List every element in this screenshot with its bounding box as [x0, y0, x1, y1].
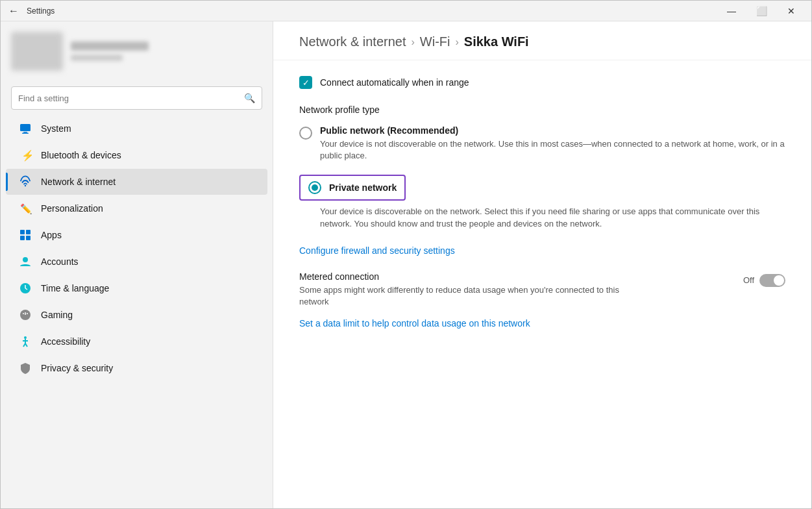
apps-icon	[19, 229, 32, 242]
public-network-label: Public network (Recommended)	[320, 125, 785, 136]
toggle-thumb	[774, 275, 784, 286]
public-network-option[interactable]: Public network (Recommended) Your device…	[299, 125, 785, 162]
profile-sub	[71, 55, 123, 61]
back-button[interactable]: ←	[6, 3, 21, 19]
network-profile-type-label: Network profile type	[299, 105, 785, 115]
svg-rect-9	[26, 236, 31, 240]
title-bar-left: ← Settings	[6, 3, 55, 19]
svg-rect-0	[20, 124, 31, 131]
shield-icon	[19, 362, 32, 375]
app-title: Settings	[27, 6, 55, 16]
metered-desc: Some apps might work differently to redu…	[299, 284, 650, 308]
sidebar-item-system[interactable]: System	[6, 116, 267, 142]
sidebar-item-apps-label: Apps	[41, 230, 62, 240]
auto-connect-row: ✓ Connect automatically when in range	[299, 76, 785, 89]
monitor-icon	[19, 122, 32, 135]
metered-title: Metered connection	[299, 271, 650, 282]
profile-name	[71, 42, 149, 51]
window-controls: — ⬜ ✕	[717, 1, 806, 21]
public-network-radio[interactable]	[299, 127, 312, 140]
sidebar-item-privacy[interactable]: Privacy & security	[6, 355, 267, 381]
svg-text:✏️: ✏️	[20, 203, 32, 215]
brush-icon: ✏️	[19, 202, 32, 215]
breadcrumb-sep-1: ›	[412, 36, 415, 48]
sidebar-item-accounts-label: Accounts	[41, 256, 79, 267]
sidebar-item-privacy-label: Privacy & security	[41, 363, 113, 373]
svg-point-19	[24, 336, 27, 339]
svg-text:⚡: ⚡	[21, 149, 32, 162]
search-input[interactable]	[18, 93, 239, 103]
sidebar-item-accounts[interactable]: Accounts	[6, 249, 267, 275]
minimize-button[interactable]: —	[717, 1, 746, 21]
svg-point-17	[27, 313, 28, 314]
public-network-desc: Your device is not discoverable on the n…	[320, 138, 785, 162]
page-title: Sikka WiFi	[464, 34, 529, 49]
sidebar-item-bluetooth-label: Bluetooth & devices	[41, 150, 121, 160]
auto-connect-label: Connect automatically when in range	[320, 77, 469, 88]
private-network-desc: Your device is discoverable on the netwo…	[320, 206, 785, 229]
sidebar-item-personalization-label: Personalization	[41, 203, 103, 214]
metered-info: Metered connection Some apps might work …	[299, 271, 650, 308]
svg-line-23	[25, 343, 27, 347]
profile-info	[71, 42, 262, 61]
sidebar-nav: System ⚡ Bluetooth & devices	[1, 115, 273, 382]
sidebar-item-time-label: Time & language	[41, 283, 109, 293]
metered-toggle-container: Off	[743, 274, 785, 287]
clock-icon	[19, 282, 32, 295]
content-body: ✓ Connect automatically when in range Ne…	[273, 60, 811, 354]
private-network-radio[interactable]	[308, 181, 321, 194]
sidebar-item-time[interactable]: Time & language	[6, 275, 267, 301]
private-network-desc-wrapper: Your device is discoverable on the netwo…	[320, 206, 785, 229]
svg-rect-2	[22, 133, 29, 134]
sidebar-item-apps[interactable]: Apps	[6, 222, 267, 248]
private-network-label: Private network	[329, 182, 397, 193]
breadcrumb-wifi[interactable]: Wi-Fi	[420, 34, 450, 49]
sidebar: 🔍 System ⚡	[1, 21, 273, 508]
sidebar-item-personalization[interactable]: ✏️ Personalization	[6, 195, 267, 221]
avatar	[11, 32, 63, 71]
metered-connection-section: Metered connection Some apps might work …	[299, 271, 785, 308]
breadcrumb: Network & internet › Wi-Fi › Sikka WiFi	[299, 34, 529, 49]
gaming-icon	[19, 308, 32, 321]
sidebar-item-bluetooth[interactable]: ⚡ Bluetooth & devices	[6, 142, 267, 168]
search-box[interactable]: 🔍	[11, 86, 262, 110]
svg-rect-7	[26, 230, 31, 234]
sidebar-item-network-label: Network & internet	[41, 177, 116, 187]
app-container: 🔍 System ⚡	[1, 21, 811, 508]
content-area: Network & internet › Wi-Fi › Sikka WiFi …	[273, 21, 811, 508]
svg-point-15	[23, 313, 24, 314]
maximize-button[interactable]: ⬜	[746, 1, 776, 21]
close-button[interactable]: ✕	[776, 1, 806, 21]
auto-connect-checkbox[interactable]: ✓	[299, 76, 312, 89]
metered-toggle-label: Off	[743, 275, 754, 285]
sidebar-item-accessibility[interactable]: Accessibility	[6, 329, 267, 354]
svg-rect-6	[20, 230, 25, 234]
person-icon	[19, 255, 32, 268]
search-container: 🔍	[1, 81, 273, 115]
public-network-text: Public network (Recommended) Your device…	[320, 125, 785, 162]
breadcrumb-network[interactable]: Network & internet	[299, 34, 406, 49]
svg-point-4	[25, 185, 26, 186]
sidebar-item-accessibility-label: Accessibility	[41, 336, 90, 347]
svg-point-18	[25, 314, 26, 315]
content-header: Network & internet › Wi-Fi › Sikka WiFi	[273, 21, 811, 60]
network-profile-section: Network profile type Public network (Rec…	[299, 105, 785, 266]
private-network-highlight-box: Private network	[299, 175, 406, 201]
private-radio-inner	[312, 184, 318, 191]
accessibility-icon	[19, 335, 32, 348]
svg-rect-1	[23, 132, 27, 133]
search-icon: 🔍	[244, 93, 255, 103]
sidebar-item-network[interactable]: Network & internet	[6, 169, 267, 195]
profile-area	[1, 21, 273, 81]
svg-rect-8	[20, 236, 25, 240]
data-limit-link[interactable]: Set a data limit to help control data us…	[299, 318, 530, 329]
sidebar-item-gaming-label: Gaming	[41, 310, 73, 320]
firewall-settings-link[interactable]: Configure firewall and security settings	[299, 245, 455, 256]
title-bar: ← Settings — ⬜ ✕	[1, 1, 811, 21]
svg-point-10	[23, 257, 28, 262]
sidebar-item-system-label: System	[41, 123, 71, 134]
wifi-icon	[19, 175, 32, 188]
metered-toggle[interactable]	[759, 274, 785, 287]
private-network-option[interactable]: Private network Your device is discovera…	[299, 175, 785, 229]
sidebar-item-gaming[interactable]: Gaming	[6, 302, 267, 328]
